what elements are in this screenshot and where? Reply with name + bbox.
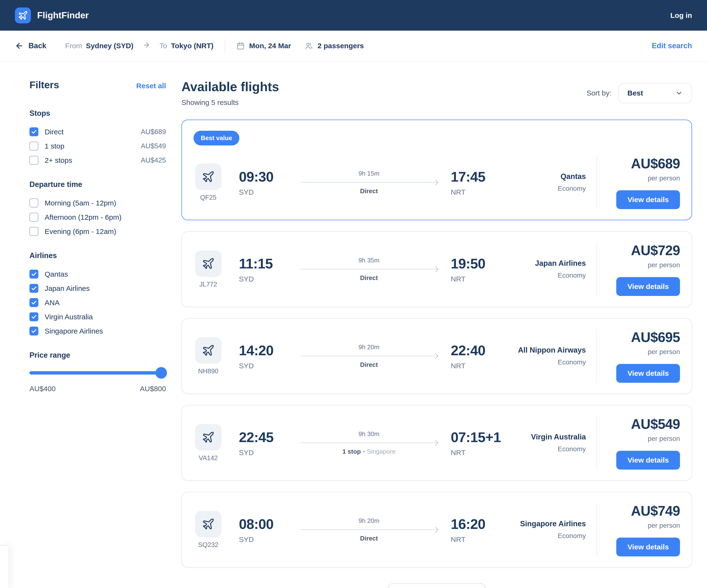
flight-number: VA142 [194, 454, 223, 462]
filter-option[interactable]: ANA [29, 298, 166, 307]
checkbox[interactable] [29, 199, 38, 207]
checkbox[interactable] [29, 312, 38, 321]
price-min-label: AU$400 [29, 385, 56, 393]
back-button[interactable]: Back [15, 41, 46, 50]
filter-option[interactable]: 2+ stops AU$425 [29, 156, 166, 165]
view-details-button[interactable]: View details [616, 538, 680, 556]
slider-thumb[interactable] [156, 367, 167, 379]
flight-number: JL772 [194, 281, 223, 288]
checkbox[interactable] [29, 298, 38, 307]
view-details-button[interactable]: View details [616, 190, 680, 209]
filter-option[interactable]: Evening (6pm - 12am) [29, 227, 166, 236]
filter-option[interactable]: Singapore Airlines [29, 326, 166, 336]
filter-option[interactable]: Morning (5am - 12pm) [29, 199, 166, 207]
price-block: AU$729 per person View details [608, 242, 680, 296]
stops-count: Direct [360, 274, 378, 281]
filter-option[interactable]: 1 stop AU$549 [29, 142, 166, 150]
flight-results-list: Best value QF25 09:30 SYD 9h 15m Direct [181, 119, 692, 567]
filter-option[interactable]: Afternoon (12pm - 6pm) [29, 213, 166, 222]
app-title: FlightFinder [37, 10, 89, 21]
plane-icon [15, 7, 31, 24]
departure-airport: SYD [239, 275, 287, 283]
arrival-time: 22:40 [451, 342, 506, 358]
checkbox[interactable] [29, 127, 38, 136]
flight-card: Best value QF25 09:30 SYD 9h 15m Direct [181, 119, 692, 220]
view-details-button[interactable]: View details [616, 451, 680, 470]
checkmark-icon [31, 328, 37, 334]
flight-number: QF25 [194, 194, 223, 201]
price-note: per person [608, 174, 680, 182]
carrier-block: NH890 [194, 337, 223, 375]
price-note: per person [608, 435, 680, 443]
itinerary-block: 9h 20m Direct [300, 517, 438, 542]
price-range-slider[interactable] [29, 371, 166, 375]
price-block: AU$749 per person View details [608, 503, 680, 556]
checkbox[interactable] [29, 227, 38, 236]
timeline-arrow-icon [300, 269, 438, 269]
departure-time: 11:15 [239, 255, 287, 272]
cabin-class: Economy [506, 532, 586, 540]
stops-info: Direct [300, 535, 438, 542]
arrival-time: 19:50 [451, 255, 506, 272]
departure-time-title: Departure time [29, 180, 166, 189]
itinerary-block: 9h 30m 1 stop•Singapore [300, 430, 438, 455]
carrier-block: QF25 [194, 164, 223, 201]
filter-option-label: Japan Airlines [45, 284, 90, 292]
filter-option[interactable]: Virgin Australia [29, 312, 166, 321]
arrival-block: 07:15+1 NRT [451, 429, 506, 457]
arrival-block: 17:45 NRT [451, 169, 506, 196]
filter-option-price: AU$425 [141, 156, 166, 164]
login-link[interactable]: Log in [670, 11, 692, 20]
view-details-button[interactable]: View details [616, 364, 680, 383]
departure-time-section: Departure time Morning (5am - 12pm) Afte… [29, 180, 166, 236]
filter-option[interactable]: Qantas [29, 270, 166, 279]
flight-card: JL772 11:15 SYD 9h 35m Direct 19:50 NRT … [181, 231, 692, 307]
checkmark-icon [31, 300, 37, 306]
stops-title: Stops [29, 109, 166, 118]
checkmark-icon [31, 314, 37, 320]
arrow-left-icon [15, 41, 24, 50]
carrier-block: VA142 [194, 424, 223, 462]
filter-option[interactable]: Direct AU$689 [29, 127, 166, 136]
checkbox[interactable] [29, 156, 38, 165]
price-block: AU$549 per person View details [608, 416, 680, 470]
checkbox[interactable] [29, 284, 38, 293]
filter-option-label: ANA [45, 299, 60, 307]
edit-search-link[interactable]: Edit search [652, 41, 692, 50]
content: Filters Reset all Stops Direct AU$689 1 … [0, 62, 707, 588]
navbar: FlightFinder Log in [0, 0, 707, 31]
load-more-button[interactable]: Load more results [388, 583, 485, 588]
departure-block: 08:00 SYD [239, 516, 287, 544]
bullet: • [363, 448, 365, 455]
checkbox[interactable] [29, 270, 38, 279]
stopover-city: Singapore [367, 448, 396, 455]
departure-block: 09:30 SYD [239, 169, 287, 196]
checkbox[interactable] [29, 213, 38, 222]
cabin-class: Economy [506, 185, 586, 193]
filter-option-label: Qantas [45, 270, 68, 278]
from-label: From [65, 42, 82, 50]
view-details-button[interactable]: View details [616, 277, 680, 296]
timeline-arrow-icon [300, 356, 438, 356]
stops-count: Direct [360, 187, 378, 195]
cabin-class: Economy [506, 358, 586, 366]
airline-name: Qantas [506, 172, 586, 181]
filter-option-price: AU$689 [141, 128, 166, 136]
airline-block: Japan Airlines Economy [506, 259, 586, 279]
departure-block: 22:45 SYD [239, 429, 287, 457]
results-title: Available flights [181, 79, 279, 94]
departure-block: 14:20 SYD [239, 342, 287, 370]
filter-option-label: 1 stop [45, 142, 64, 150]
filter-option[interactable]: Japan Airlines [29, 284, 166, 293]
best-value-badge: Best value [194, 131, 239, 145]
checkbox[interactable] [29, 326, 38, 336]
calendar-icon [236, 41, 245, 50]
sort-select[interactable]: Best [618, 83, 692, 103]
stops-info: 1 stop•Singapore [300, 448, 438, 455]
date-summary: Mon, 24 Mar [236, 41, 291, 50]
search-summary-bar: Back From Sydney (SYD) To Tokyo (NRT) Mo… [0, 31, 707, 62]
reset-all-link[interactable]: Reset all [136, 82, 166, 90]
passengers-icon [305, 41, 313, 50]
carrier-block: JL772 [194, 250, 223, 288]
checkbox[interactable] [29, 142, 38, 150]
